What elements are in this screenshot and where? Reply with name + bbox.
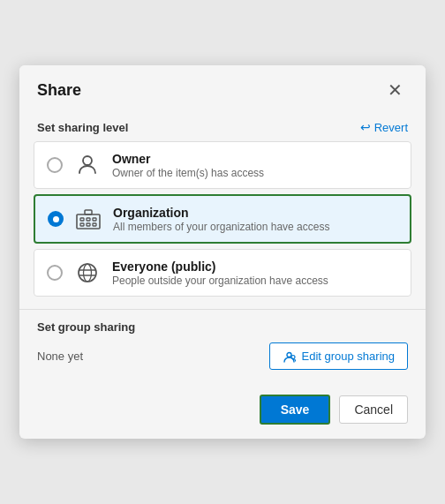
- group-section-label: Set group sharing: [37, 320, 408, 334]
- organization-desc: All members of your organization have ac…: [113, 221, 397, 233]
- svg-rect-6: [87, 223, 90, 226]
- save-button[interactable]: Save: [260, 395, 331, 425]
- everyone-radio[interactable]: [47, 265, 63, 281]
- share-dialog: Share ✕ Set sharing level ↩ Revert Owner…: [19, 65, 426, 438]
- revert-label: Revert: [374, 121, 408, 134]
- close-icon: ✕: [388, 80, 403, 100]
- sharing-level-label: Set sharing level: [37, 121, 128, 134]
- svg-rect-8: [85, 210, 92, 214]
- organization-text: Organization All members of your organiz…: [113, 206, 397, 233]
- owner-desc: Owner of the item(s) has access: [112, 167, 398, 179]
- svg-point-10: [84, 264, 92, 282]
- sharing-level-header: Set sharing level ↩ Revert: [19, 111, 426, 141]
- revert-icon: ↩: [360, 120, 371, 134]
- none-yet-label: None yet: [37, 350, 83, 363]
- organization-title: Organization: [113, 206, 397, 220]
- everyone-option[interactable]: Everyone (public) People outside your or…: [34, 249, 411, 297]
- everyone-text: Everyone (public) People outside your or…: [112, 260, 398, 287]
- owner-option[interactable]: Owner Owner of the item(s) has access: [34, 141, 411, 189]
- dialog-title: Share: [37, 81, 81, 100]
- dialog-footer: Save Cancel: [19, 384, 426, 439]
- edit-group-icon: [283, 349, 296, 363]
- svg-point-9: [79, 264, 96, 282]
- sharing-options: Owner Owner of the item(s) has access: [19, 141, 426, 297]
- organization-option[interactable]: Organization All members of your organiz…: [34, 194, 411, 244]
- svg-rect-0: [83, 156, 92, 165]
- owner-radio[interactable]: [47, 157, 63, 173]
- svg-point-14: [291, 355, 295, 358]
- owner-title: Owner: [112, 152, 398, 166]
- edit-group-button[interactable]: Edit group sharing: [269, 342, 408, 369]
- revert-button[interactable]: ↩ Revert: [360, 120, 408, 134]
- group-row: None yet Edit group sharing: [37, 342, 408, 369]
- everyone-icon: [73, 259, 102, 287]
- organization-icon: [74, 205, 102, 233]
- everyone-title: Everyone (public): [112, 260, 398, 274]
- svg-rect-2: [80, 218, 84, 221]
- owner-text: Owner Owner of the item(s) has access: [112, 152, 398, 179]
- owner-icon: [73, 151, 102, 179]
- close-button[interactable]: ✕: [382, 79, 408, 101]
- dialog-header: Share ✕: [19, 65, 426, 111]
- organization-radio[interactable]: [48, 211, 64, 227]
- svg-rect-5: [80, 223, 84, 226]
- everyone-desc: People outside your organization have ac…: [112, 275, 398, 287]
- svg-point-13: [287, 352, 291, 357]
- svg-rect-4: [93, 218, 96, 221]
- group-sharing-section: Set group sharing None yet Edit group sh…: [19, 310, 426, 383]
- svg-rect-7: [93, 223, 96, 226]
- edit-group-label: Edit group sharing: [301, 350, 395, 363]
- svg-rect-3: [87, 218, 90, 221]
- cancel-button[interactable]: Cancel: [339, 395, 408, 424]
